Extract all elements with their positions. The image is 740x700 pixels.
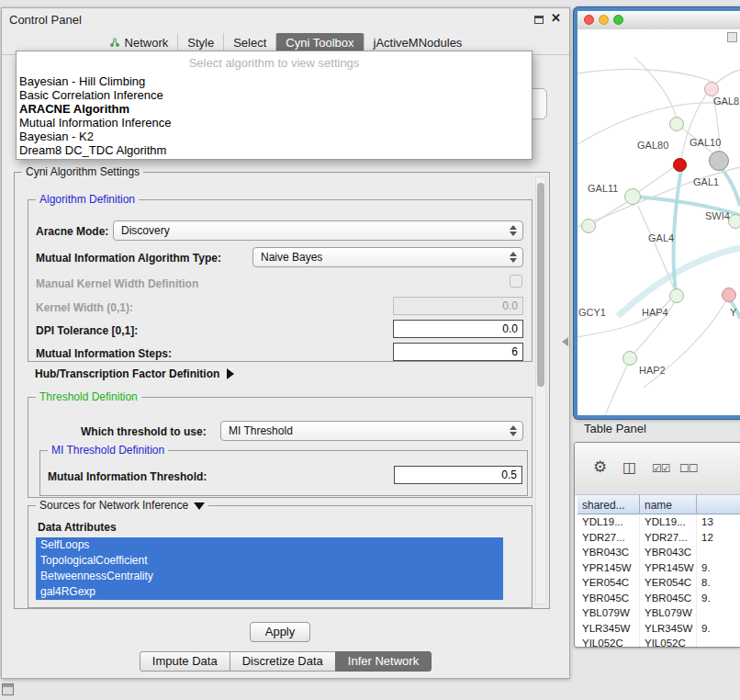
network-node-gray[interactable] [709,151,729,171]
cell: YDR27... [577,530,640,546]
cell [697,545,740,560]
combo-value: Discovery [121,224,170,237]
tab-infer-network[interactable]: Infer Network [335,651,432,672]
aracne-mode-combo[interactable]: Discovery [113,220,523,241]
application-root: Control Panel ✕ Network Style Select [0,0,740,700]
cell: YBR043C [640,545,697,560]
docked-panel-icon[interactable] [2,683,14,695]
table-row[interactable]: YBL079WYBL079W [577,605,740,621]
node-label: GAL4 [648,232,674,243]
tab-cyni-toolbox[interactable]: Cyni Toolbox [275,33,363,52]
cell: YIL052C [640,636,697,648]
table-row[interactable]: YER054CYER054C8. [577,575,740,591]
tab-impute-data[interactable]: Impute Data [140,651,230,672]
popup-item[interactable]: Dream8 DC_TDC Algorithm [17,143,532,157]
cell: YBR045C [577,591,640,606]
mi-threshold-label: Mutual Information Threshold: [48,470,207,483]
popup-item[interactable]: Mutual Information Inference [17,116,532,130]
node-label: GAL10 [690,137,721,148]
tab-discretize-data[interactable]: Discretize Data [230,651,336,672]
node-label: GCY1 [578,307,606,318]
column-header-extra[interactable] [697,494,740,514]
table-row[interactable]: YDR27...YDR27...12 [577,530,740,546]
list-item[interactable]: gal4RGexp [36,584,503,600]
dpi-tolerance-field[interactable] [393,320,523,338]
expand-right-icon [227,368,234,379]
network-canvas[interactable]: GAL8 GAL80 GAL10 GAL11 GAL1 SWI4 GAL4 GC… [577,29,740,415]
table-row[interactable]: YDL19...YDL19...13 [577,514,740,530]
network-node-green[interactable] [581,219,596,233]
apply-button[interactable]: Apply [250,622,310,642]
close-traffic-light[interactable] [584,15,594,25]
deselect-all-icon[interactable]: ☐☐ [679,462,698,475]
table-row[interactable]: YBR045CYBR045C9. [577,591,740,606]
popup-item[interactable]: Bayesian - K2 [17,130,532,143]
close-icon[interactable]: ✕ [551,11,561,25]
node-label: SWI4 [705,210,730,221]
network-node-pink[interactable] [722,288,736,302]
network-node-red-selected[interactable] [673,158,687,172]
list-item[interactable]: BetweennessCentrality [36,569,503,584]
which-threshold-label: Which threshold to use: [81,425,207,438]
minimize-traffic-light[interactable] [599,15,609,25]
control-panel-titlebar[interactable]: Control Panel ✕ [2,8,569,30]
expand-down-icon [194,502,205,510]
cell [697,605,740,621]
cell: YER054C [640,575,697,591]
cell: YBL079W [640,605,697,621]
column-header-name[interactable]: name [640,494,697,514]
network-node-green[interactable] [669,117,684,131]
node-label: GAL11 [588,183,618,194]
zoom-traffic-light[interactable] [613,15,623,25]
combo-arrows-icon [510,225,517,236]
combo-arrows-icon [510,425,517,436]
popup-item-selected[interactable]: ARACNE Algorithm [17,102,532,116]
tab-select[interactable]: Select [223,33,275,52]
mi-type-combo[interactable]: Naive Bayes [252,247,523,267]
select-all-icon[interactable]: ☑☑ [652,462,670,475]
network-node-pink[interactable] [704,82,719,96]
network-node-green[interactable] [624,188,641,205]
mi-threshold-definition-group: MI Threshold Definition Mutual Informati… [39,450,528,496]
table-row[interactable]: YBR043CYBR043C [577,545,740,560]
network-window-titlebar[interactable] [577,11,740,30]
table-row[interactable]: YIL052CYIL052C [577,636,740,648]
scrollbar-thumb[interactable] [537,183,544,387]
node-label: HAP2 [639,365,666,376]
mi-steps-field[interactable] [393,343,523,361]
splitter-handle[interactable] [562,337,568,346]
cell: YER054C [577,575,640,591]
network-scroll-corner[interactable] [727,32,737,42]
hub-transcription-expander[interactable]: Hub/Transcription Factor Definition [35,367,234,380]
tab-network[interactable]: Network [100,33,178,52]
popup-item[interactable]: Bayesian - Hill Climbing [17,74,532,88]
columns-icon[interactable]: ◫ [622,458,636,476]
mi-threshold-field[interactable] [394,466,522,484]
settings-scrollbar[interactable] [535,176,546,604]
network-node-green[interactable] [622,351,637,366]
combo-value: Naive Bayes [261,251,322,264]
table-panel-title: Table Panel [584,422,646,435]
gear-icon[interactable]: ⚙ [593,457,607,477]
combo-value: MI Threshold [229,424,293,437]
popup-placeholder: Select algorithm to view settings [17,51,532,74]
list-item[interactable]: TopologicalCoefficient [36,553,503,569]
popup-item[interactable]: Basic Correlation Inference [17,88,532,102]
table-row[interactable]: YPR145WYPR145W9. [577,560,740,576]
network-node-green[interactable] [728,214,740,229]
list-item[interactable]: SelfLoops [36,537,503,553]
tab-label: Cyni Toolbox [286,36,353,50]
which-threshold-combo[interactable]: MI Threshold [220,421,523,441]
cyni-algorithm-settings-group: Cyni Algorithm Settings Algorithm Defini… [14,172,550,609]
node-label: GAL8 [713,96,739,107]
tab-jactivemnodules[interactable]: jActiveMNodules [364,33,472,52]
cell: YDL19... [577,514,640,530]
tab-label: Select [233,36,266,50]
sources-expander[interactable]: Sources for Network Inference [36,499,208,512]
data-attributes-list: SelfLoops TopologicalCoefficient Between… [36,537,503,600]
table-row[interactable]: YLR345WYLR345W9. [577,621,740,637]
network-node-green[interactable] [669,288,684,303]
tab-style[interactable]: Style [177,33,223,52]
float-window-icon[interactable] [534,16,544,24]
column-header-shared-name[interactable]: shared... [577,494,640,514]
